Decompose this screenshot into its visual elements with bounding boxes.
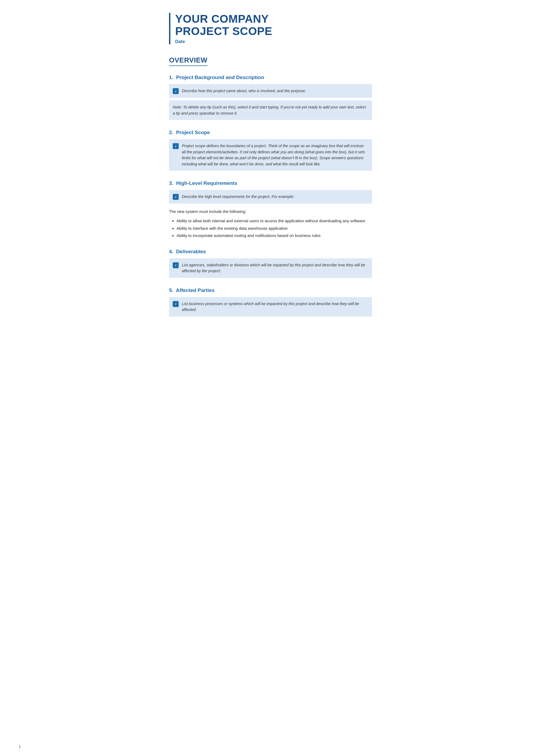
tip-box-4-1: iList agencies, stakeholders or division… bbox=[169, 258, 372, 278]
tip-box-5-1: iList business processes or systems whic… bbox=[169, 297, 372, 317]
list-item: Ability to interface with the existing d… bbox=[177, 225, 372, 232]
overview-title: OVERVIEW bbox=[169, 56, 208, 66]
tip-text-5-1: List business processes or systems which… bbox=[182, 301, 367, 313]
list-item: Ability to allow both internal and exter… bbox=[177, 218, 372, 224]
section-title-4: 4. Deliverables bbox=[169, 249, 372, 255]
tip-text-1-2: Note: To delete any tip (such as this), … bbox=[173, 104, 367, 116]
tip-box-1-1: iDescribe how this project came about, w… bbox=[169, 84, 372, 98]
info-icon: i bbox=[173, 301, 179, 307]
tip-box-1-2: Note: To delete any tip (such as this), … bbox=[169, 100, 372, 120]
tip-text-1-1: Describe how this project came about, wh… bbox=[182, 88, 306, 94]
section-1: 1. Project Background and DescriptioniDe… bbox=[169, 75, 372, 120]
section-title-2: 2. Project Scope bbox=[169, 130, 372, 135]
bullet-list-3: Ability to allow both internal and exter… bbox=[177, 218, 372, 239]
overview-section: OVERVIEW bbox=[169, 56, 372, 66]
info-icon: i bbox=[173, 143, 179, 149]
tip-text-3-1: Describe the high level requirements for… bbox=[182, 194, 294, 200]
sections-container: 1. Project Background and DescriptioniDe… bbox=[169, 75, 372, 316]
section-title-1: 1. Project Background and Description bbox=[169, 75, 372, 80]
section-2: 2. Project ScopeiProject scope defines t… bbox=[169, 130, 372, 171]
tip-text-2-1: Project scope defines the boundaries of … bbox=[182, 143, 367, 167]
tip-box-3-1: iDescribe the high level requirements fo… bbox=[169, 190, 372, 204]
section-title-3: 3. High-Level Requirements bbox=[169, 180, 372, 186]
body-text-3: The new system must include the followin… bbox=[169, 208, 372, 215]
info-icon: i bbox=[173, 88, 179, 94]
section-5: 5. Affected PartiesiList business proces… bbox=[169, 288, 372, 317]
list-item: Ability to incorporate automated routing… bbox=[177, 232, 372, 239]
info-icon: i bbox=[173, 194, 179, 200]
tip-text-4-1: List agencies, stakeholders or divisions… bbox=[182, 262, 367, 274]
page-title: YOUR COMPANY PROJECT SCOPE bbox=[175, 13, 372, 37]
title-line2: PROJECT SCOPE bbox=[175, 25, 272, 37]
section-4: 4. DeliverablesiList agencies, stakehold… bbox=[169, 249, 372, 278]
tip-box-2-1: iProject scope defines the boundaries of… bbox=[169, 139, 372, 171]
info-icon: i bbox=[173, 262, 179, 268]
title-line1: YOUR COMPANY bbox=[175, 13, 269, 25]
date-label: Date bbox=[175, 39, 372, 44]
section-title-5: 5. Affected Parties bbox=[169, 288, 372, 293]
section-3: 3. High-Level RequirementsiDescribe the … bbox=[169, 180, 372, 239]
page-header: YOUR COMPANY PROJECT SCOPE Date bbox=[169, 13, 372, 44]
